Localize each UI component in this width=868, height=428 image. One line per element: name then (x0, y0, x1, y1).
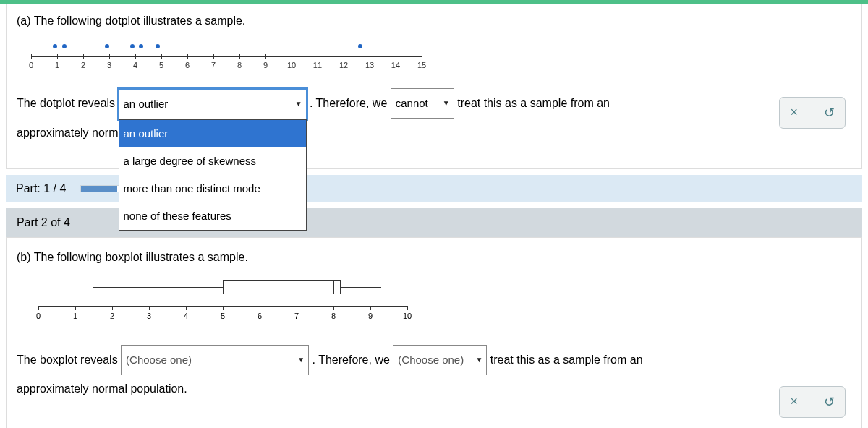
dot (105, 44, 109, 48)
select-cannot-b-placeholder: (Choose one) (398, 354, 464, 366)
action-box-b: × ↺ (779, 386, 846, 418)
reset-icon[interactable]: ↺ (824, 105, 835, 121)
select-feature-a-dropdown: an outlier a large degree of skewness mo… (119, 119, 307, 231)
chevron-down-icon: ▼ (297, 351, 305, 369)
dotplot-axis: 0 1 2 3 4 5 6 7 8 9 10 11 12 13 14 15 (31, 56, 422, 75)
progress-label: Part: 1 / 4 (16, 182, 66, 195)
text-boxplot-reveals: The boxplot reveals (17, 354, 118, 366)
text-treat-b: treat this as a sample from an (490, 354, 643, 366)
progress-fill (81, 186, 117, 192)
text-approx-b: approximately normal population. (17, 382, 187, 395)
median (333, 280, 334, 294)
text-therefore-b: . Therefore, we (312, 354, 390, 366)
text-therefore-a: . Therefore, we (310, 97, 387, 109)
chevron-down-icon: ▼ (443, 95, 450, 112)
close-icon[interactable]: × (790, 105, 798, 121)
dot (53, 44, 57, 48)
dot (130, 44, 135, 48)
whisker-left (93, 287, 238, 288)
part-a-container: (a) The following dotplot illustrates a … (6, 4, 862, 169)
part-b-sentence: The boxplot reveals (Choose one) ▼ . The… (17, 345, 851, 403)
dot (358, 44, 362, 48)
dropdown-option[interactable]: a large degree of skewness (119, 147, 306, 175)
text-treat-a: treat this as a sample from an (457, 97, 610, 109)
select-cannot-a[interactable]: cannot ▼ (391, 88, 454, 119)
part-a-question: (a) The following dotplot illustrates a … (17, 14, 851, 27)
select-feature-b[interactable]: (Choose one) ▼ (121, 345, 309, 375)
select-feature-b-placeholder: (Choose one) (126, 354, 192, 366)
reset-icon[interactable]: ↺ (824, 394, 835, 410)
part-a-sentence: The dotplot reveals an outlier ▼ an outl… (17, 88, 851, 147)
dotplot: 0 1 2 3 4 5 6 7 8 9 10 11 12 13 14 15 (17, 35, 422, 75)
text-dotplot-reveals: The dotplot reveals (17, 97, 115, 109)
box (223, 280, 341, 294)
select-cannot-b[interactable]: (Choose one) ▼ (393, 345, 487, 375)
action-box-a: × ↺ (779, 97, 846, 129)
dot (139, 44, 143, 48)
dropdown-option[interactable]: none of these features (119, 202, 306, 230)
select-feature-a[interactable]: an outlier ▼ (119, 89, 307, 119)
select-feature-a-value: an outlier (124, 98, 169, 110)
chevron-down-icon: ▼ (475, 351, 482, 369)
close-icon[interactable]: × (790, 394, 798, 410)
select-cannot-a-value: cannot (396, 97, 428, 109)
dropdown-option[interactable]: an outlier (119, 120, 306, 147)
boxplot: 0 1 2 3 4 5 6 7 8 9 10 (17, 274, 422, 325)
dot (62, 44, 67, 48)
whisker-right (341, 287, 381, 288)
chevron-down-icon: ▼ (295, 95, 302, 113)
part-b-question: (b) The following boxplot illustrates a … (17, 251, 851, 264)
part-a: (a) The following dotplot illustrates a … (7, 4, 861, 168)
dropdown-option[interactable]: more than one distinct mode (119, 175, 306, 202)
dot (156, 44, 160, 48)
part-b: (b) The following boxplot illustrates a … (6, 237, 862, 428)
